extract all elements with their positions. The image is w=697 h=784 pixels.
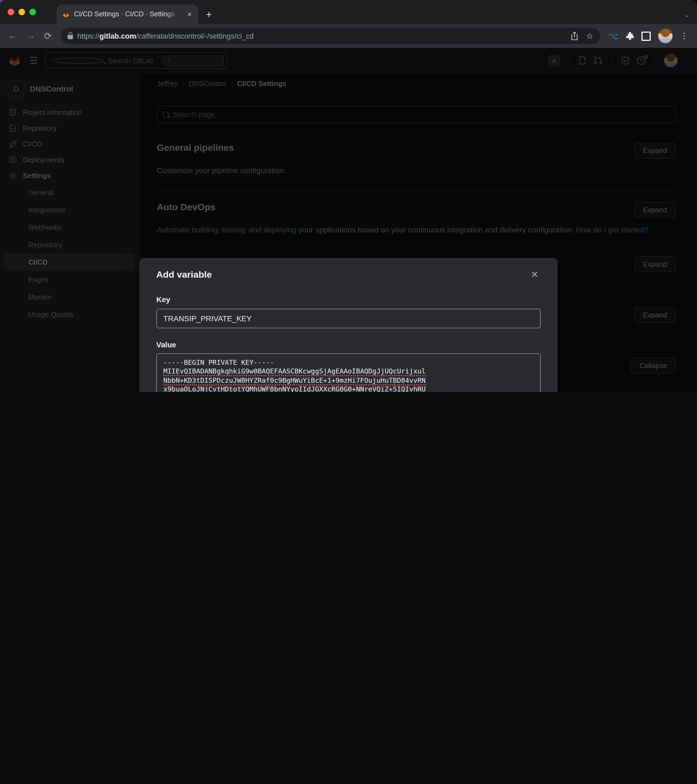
browser-profile-avatar[interactable] [658, 28, 673, 44]
browser-menu-icon[interactable]: ⋮ [680, 31, 688, 41]
lock-icon[interactable] [68, 35, 73, 39]
share-icon[interactable] [571, 31, 578, 40]
private-key-line: MIIEvQIBADANBgkqhkiG9w0BAQEFAASCBKcwggSj… [163, 367, 534, 376]
forward-button[interactable]: → [23, 30, 38, 41]
browser-window: CI/CD Settings · CI/CD · Settings × + ⌄ … [0, 0, 697, 392]
key-label: Key [156, 295, 541, 304]
gitlab-favicon-icon [62, 11, 70, 18]
private-key-line: NbbN+KD3tDISPDczuJW8HYZRaf0c9BgHWuYiBcE+… [163, 376, 534, 385]
browser-tab[interactable]: CI/CD Settings · CI/CD · Settings × [57, 4, 198, 24]
puzzle-extensions-icon[interactable] [626, 31, 634, 40]
url-text: https://gitlab.com/cafferata/dnscontrol/… [77, 32, 566, 40]
close-tab-icon[interactable]: × [185, 9, 194, 19]
new-tab-button[interactable]: + [206, 9, 212, 21]
close-window-button[interactable] [8, 9, 14, 15]
add-variable-modal: Add variable ✕ Key TRANSIP_PRIVATE_KEY V… [139, 258, 558, 392]
browser-toolbar: ← → ⟳ https://gitlab.com/cafferata/dnsco… [0, 24, 697, 48]
extensions-area: ⌥ ⋮ [605, 28, 692, 44]
tab-list-chevron-icon[interactable]: ⌄ [684, 12, 689, 18]
side-panel-icon[interactable] [641, 31, 651, 41]
minimize-window-button[interactable] [18, 9, 25, 15]
desktop: CI/CD Settings · CI/CD · Settings × + ⌄ … [0, 0, 697, 392]
private-key-line: x9buaOLoJNjCvtHDtotYQMhUWF8bnNYyoIIdJGXX… [163, 385, 534, 392]
value-label: Value [156, 340, 541, 349]
zoom-window-button[interactable] [30, 9, 36, 15]
address-bar[interactable]: https://gitlab.com/cafferata/dnscontrol/… [61, 28, 600, 44]
private-key-line: -----BEGIN PRIVATE KEY----- [163, 358, 534, 367]
close-modal-icon[interactable]: ✕ [529, 269, 541, 280]
branch-extension-icon[interactable]: ⌥ [608, 31, 619, 41]
reload-button[interactable]: ⟳ [40, 30, 56, 42]
modal-title: Add variable [156, 269, 212, 280]
tab-title: CI/CD Settings · CI/CD · Settings [74, 10, 181, 18]
bookmark-star-icon[interactable]: ☆ [586, 31, 593, 41]
gitlab-page: ☰ Search GitLab / + ⌄ ⌄ ? ⌄ ⌄ [0, 48, 697, 392]
key-input[interactable]: TRANSIP_PRIVATE_KEY [156, 309, 541, 328]
window-controls [0, 0, 44, 24]
value-textarea[interactable]: -----BEGIN PRIVATE KEY----- MIIEvQIBADAN… [156, 353, 541, 392]
back-button[interactable]: ← [5, 30, 21, 41]
tab-strip: CI/CD Settings · CI/CD · Settings × + ⌄ [0, 0, 697, 24]
